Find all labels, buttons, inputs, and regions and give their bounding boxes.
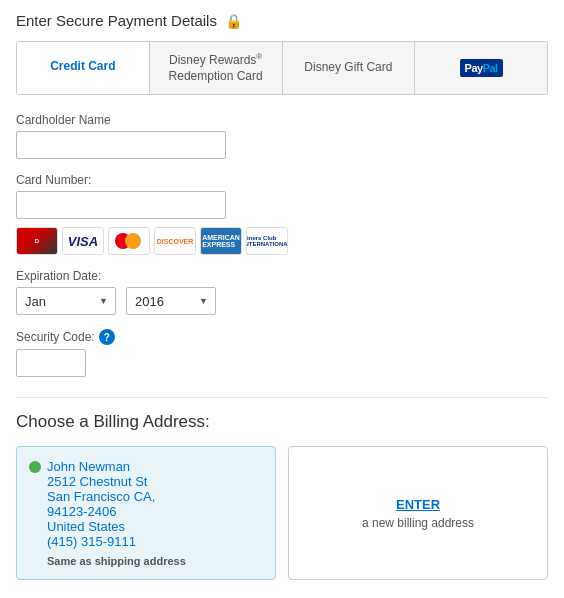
address-line4: United States — [47, 519, 155, 534]
discover-icon: DISCOVER — [154, 227, 196, 255]
enter-billing-sub: a new billing address — [362, 516, 474, 530]
payment-tabs: Credit Card Disney Rewards®Redemption Ca… — [16, 41, 548, 95]
page-title: Enter Secure Payment Details — [16, 12, 217, 29]
disney-card-icon: D — [16, 227, 58, 255]
address-details: John Newman 2512 Chestnut St San Francis… — [47, 459, 155, 549]
page-header: Enter Secure Payment Details 🔒 — [16, 12, 548, 29]
address-radio: John Newman 2512 Chestnut St San Francis… — [29, 459, 263, 549]
year-select[interactable]: 2016201720182019 2020202120222023 202420… — [126, 287, 216, 315]
year-select-wrap: 2016201720182019 2020202120222023 202420… — [126, 287, 216, 315]
billing-title: Choose a Billing Address: — [16, 412, 548, 432]
enter-billing-content: ENTER a new billing address — [301, 459, 535, 567]
security-code-group: Security Code: ? — [16, 329, 548, 377]
billing-address-card-selected[interactable]: John Newman 2512 Chestnut St San Francis… — [16, 446, 276, 580]
address-line2: San Francisco CA, — [47, 489, 155, 504]
visa-card-icon: VISA — [62, 227, 104, 255]
tab-paypal[interactable]: PayPal — [415, 42, 547, 94]
billing-cards: John Newman 2512 Chestnut St San Francis… — [16, 446, 548, 580]
card-icons: D VISA DISCOVER AMERICANEXPRESS Diners C… — [16, 227, 548, 255]
address-name: John Newman — [47, 459, 155, 474]
enter-billing-link[interactable]: ENTER — [396, 497, 440, 512]
card-number-group: Card Number: D VISA DISCOVER AMERICANEXP… — [16, 173, 548, 255]
security-code-label-row: Security Code: ? — [16, 329, 548, 345]
tab-disney-gift[interactable]: Disney Gift Card — [283, 42, 416, 94]
address-line3: 94123-2406 — [47, 504, 155, 519]
radio-selected-dot — [29, 461, 41, 473]
security-code-label: Security Code: — [16, 330, 95, 344]
address-phone: (415) 315-9111 — [47, 534, 155, 549]
cardholder-name-group: Cardholder Name — [16, 113, 548, 159]
billing-section: Choose a Billing Address: John Newman 25… — [16, 397, 548, 580]
mastercard-icon — [108, 227, 150, 255]
diners-icon: Diners ClubINTERNATIONAL — [246, 227, 288, 255]
same-shipping-label: Same as shipping address — [47, 555, 263, 567]
lock-icon: 🔒 — [225, 13, 242, 29]
month-select[interactable]: JanFebMarApr MayJunJulAug SepOctNovDec — [16, 287, 116, 315]
tab-disney-rewards[interactable]: Disney Rewards®Redemption Card — [150, 42, 283, 94]
tab-credit-card[interactable]: Credit Card — [17, 42, 150, 94]
month-select-wrap: JanFebMarApr MayJunJulAug SepOctNovDec — [16, 287, 116, 315]
expiry-group: Expiration Date: JanFebMarApr MayJunJulA… — [16, 269, 548, 315]
expiry-row: JanFebMarApr MayJunJulAug SepOctNovDec 2… — [16, 287, 548, 315]
security-help-icon[interactable]: ? — [99, 329, 115, 345]
security-code-input[interactable] — [16, 349, 86, 377]
cardholder-name-input[interactable] — [16, 131, 226, 159]
card-number-label: Card Number: — [16, 173, 548, 187]
cardholder-name-label: Cardholder Name — [16, 113, 548, 127]
paypal-logo: PayPal — [460, 59, 503, 77]
address-line1: 2512 Chestnut St — [47, 474, 155, 489]
card-number-input[interactable] — [16, 191, 226, 219]
expiry-label: Expiration Date: — [16, 269, 548, 283]
amex-icon: AMERICANEXPRESS — [200, 227, 242, 255]
billing-enter-card[interactable]: ENTER a new billing address — [288, 446, 548, 580]
